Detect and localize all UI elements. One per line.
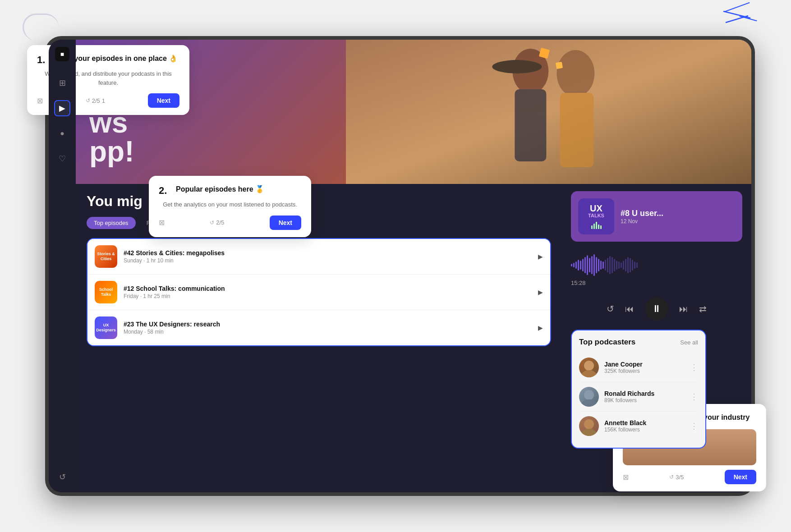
deco-rect-2	[555, 62, 562, 69]
hero-text: ws pp!	[89, 108, 134, 166]
sidebar: ■ ⊞ ▶ ● ♡ ↺	[49, 40, 76, 492]
podcaster-info-2: Ronald Richards 89K followers	[604, 390, 685, 404]
episode-list: Stories &Cities #42 Stories & Cities: me…	[87, 238, 551, 346]
svg-point-11	[584, 419, 594, 429]
tab-top-episodes[interactable]: Top episodes	[87, 217, 136, 229]
sidebar-logo: ■	[55, 47, 69, 61]
featured-number: #8 U user...	[621, 209, 735, 218]
svg-rect-6	[560, 93, 594, 167]
episode-item-3[interactable]: UXDesigners #23 The UX Designers: resear…	[87, 310, 550, 345]
tooltip-2-title: Popular episodes here 🥇	[176, 185, 264, 194]
svg-point-9	[584, 390, 594, 400]
podcaster-followers-1: 325K followers	[604, 368, 685, 374]
tooltip-3-pagination: ↺ 3/5	[669, 474, 684, 481]
podcaster-name-1: Jane Cooper	[604, 361, 685, 368]
episode-thumb-3: UXDesigners	[95, 316, 117, 339]
tooltip-2-next-btn[interactable]: Next	[270, 216, 301, 230]
shuffle-btn[interactable]: ⇄	[699, 303, 707, 314]
sidebar-icon-heart[interactable]: ♡	[54, 151, 70, 167]
svg-point-10	[581, 399, 597, 407]
top-podcasters-panel: Top podcasters See all Jane Cooper 325K …	[571, 330, 706, 449]
sidebar-icon-refresh[interactable]: ↺	[54, 469, 70, 485]
dots-menu-1[interactable]: ⋮	[690, 362, 698, 372]
avatar-ronald	[579, 387, 599, 407]
featured-thumb: UX TALKS	[578, 198, 614, 234]
panel-title: Top podcasters	[579, 338, 635, 347]
episode-title-1: #42 Stories & Cities: megapolises	[124, 249, 532, 257]
episode-title-3: #23 The UX Designers: research	[124, 321, 532, 328]
timestamp: 15:28	[571, 280, 742, 286]
hero-subheadline: pp!	[89, 137, 134, 166]
player-controls: ↺ ⏮ ⏸ ⏭ ⇄	[571, 297, 742, 321]
episode-meta-3: Monday · 58 min	[124, 329, 532, 335]
tooltip-2: 2. Popular episodes here 🥇 Get the analy…	[149, 176, 311, 237]
episode-thumb-2: SchoolTalks	[95, 281, 117, 303]
tooltip-3-footer: ⊠ ↺ 3/5 Next	[623, 470, 756, 484]
episode-info-2: #12 School Talks: communication Friday ·…	[124, 285, 532, 299]
dots-menu-3[interactable]: ⋮	[690, 421, 698, 431]
episode-item-1[interactable]: Stories &Cities #42 Stories & Cities: me…	[87, 239, 550, 275]
tooltip-1-skip[interactable]: ⊠	[37, 96, 43, 105]
play-btn-2[interactable]: ▶	[538, 289, 543, 296]
svg-point-8	[581, 370, 597, 377]
tooltip-2-pagination: ↺ 2/5	[210, 219, 224, 226]
episode-info-1: #42 Stories & Cities: megapolises Sunday…	[124, 249, 532, 264]
tooltip-2-footer: ⊠ ↺ 2/5 Next	[159, 216, 301, 230]
deco-curve	[23, 14, 59, 41]
tooltip-1-next-btn[interactable]: Next	[148, 93, 179, 108]
play-btn-3[interactable]: ▶	[538, 324, 543, 331]
tooltip-3-skip[interactable]: ⊠	[623, 473, 629, 482]
episode-item-2[interactable]: SchoolTalks #12 School Talks: communicat…	[87, 275, 550, 310]
podcaster-info-1: Jane Cooper 325K followers	[604, 361, 685, 374]
waveform	[571, 254, 742, 276]
svg-rect-3	[515, 89, 547, 161]
tooltip-1-pagination: ↺ 2/5 1	[86, 97, 105, 104]
panel-header: Top podcasters See all	[579, 338, 698, 347]
pause-btn[interactable]: ⏸	[645, 297, 668, 321]
episode-meta-2: Friday · 1 hr 25 min	[124, 293, 532, 299]
podcaster-followers-3: 156K followers	[604, 427, 685, 433]
svg-point-12	[581, 429, 597, 436]
tooltip-3-next-btn[interactable]: Next	[725, 470, 756, 484]
dots-menu-2[interactable]: ⋮	[690, 392, 698, 402]
svg-point-5	[557, 50, 595, 97]
sidebar-icon-user[interactable]: ●	[54, 125, 70, 142]
featured-info: #8 U user... 12 Nov	[621, 209, 735, 225]
featured-date: 12 Nov	[621, 218, 735, 225]
podcaster-info-3: Annette Black 156K followers	[604, 419, 685, 433]
podcaster-name-2: Ronald Richards	[604, 390, 685, 397]
prev-btn[interactable]: ⏮	[625, 304, 634, 314]
sidebar-icon-home[interactable]: ⊞	[54, 75, 70, 91]
svg-line-0	[723, 11, 750, 18]
deco-lines-svg	[719, 7, 755, 34]
play-btn-1[interactable]: ▶	[538, 253, 543, 260]
tooltip-2-step-number: 2.	[159, 185, 171, 197]
podcaster-item-1[interactable]: Jane Cooper 325K followers ⋮	[579, 353, 698, 382]
tooltip-2-step: 2. Popular episodes here 🥇	[159, 185, 301, 197]
podcaster-item-2[interactable]: Ronald Richards 89K followers ⋮	[579, 382, 698, 412]
tooltip-2-desc: Get the analytics on your most listened …	[159, 200, 301, 209]
podcaster-name-3: Annette Black	[604, 419, 685, 427]
tooltip-2-skip[interactable]: ⊠	[159, 218, 165, 227]
avatar-annette	[579, 416, 599, 436]
podcaster-followers-2: 89K followers	[604, 397, 685, 404]
waveform-container: 15:28	[571, 247, 742, 290]
podcaster-item-3[interactable]: Annette Black 156K followers ⋮	[579, 412, 698, 440]
featured-card: UX TALKS #8 U user...	[571, 191, 742, 242]
episode-thumb-1: Stories &Cities	[95, 245, 117, 268]
tooltip-1-step-number: 1.	[37, 54, 50, 66]
svg-line-1	[726, 16, 748, 23]
avatar-jane	[579, 358, 599, 377]
svg-point-4	[492, 60, 542, 73]
next-track-btn[interactable]: ⏭	[679, 304, 688, 314]
episode-title-2: #12 School Talks: communication	[124, 285, 532, 292]
episode-info-3: #23 The UX Designers: research Monday · …	[124, 321, 532, 335]
episode-meta-1: Sunday · 1 hr 10 min	[124, 257, 532, 264]
sidebar-icon-video[interactable]: ▶	[54, 100, 70, 116]
svg-point-7	[584, 361, 594, 371]
hero-image	[346, 40, 751, 184]
see-all-link[interactable]: See all	[680, 339, 698, 346]
repeat-btn[interactable]: ↺	[607, 303, 614, 314]
